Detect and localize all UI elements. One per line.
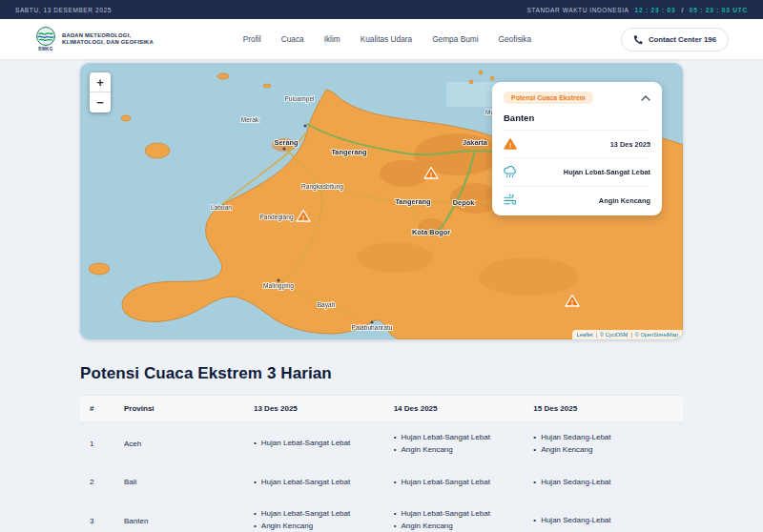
attr-separator: | <box>630 332 631 338</box>
time-utc: 05 : 23 : 03 UTC <box>690 7 748 13</box>
bmkg-logo[interactable]: BMKG BADAN METEOROLOGI, KLIMATOLOGI, DAN… <box>36 27 154 51</box>
map-label: Puloampel <box>284 95 315 103</box>
forecast-item: Hujan Lebat-Sangat Lebat <box>254 438 394 450</box>
nav-profil[interactable]: Profil <box>243 34 261 44</box>
panel-row-wind: Angin Kencang <box>504 186 650 214</box>
forecast-item: Hujan Lebat-Sangat Lebat <box>254 508 394 521</box>
wind-icon <box>504 194 517 206</box>
bmkg-abbr: BMKG <box>38 47 53 51</box>
province-name: Banten <box>124 517 254 525</box>
forecast-item: Angin Kencang <box>533 444 673 457</box>
panel-rain-text: Hujan Lebat-Sangat Lebat <box>564 168 650 176</box>
time-separator: / <box>681 7 683 13</box>
forecast-item: Angin Kencang <box>394 521 534 532</box>
nav-cuaca[interactable]: Cuaca <box>281 34 304 44</box>
row-number: 1 <box>90 440 124 448</box>
time-wib: 12 : 23 : 03 <box>635 7 676 13</box>
top-bar: SABTU, 13 DESEMBER 2025 STANDAR WAKTU IN… <box>0 0 763 19</box>
col-number: # <box>90 404 124 413</box>
bmkg-logo-icon <box>36 27 55 46</box>
map-label: Labuan <box>211 204 232 211</box>
site-header: BMKG BADAN METEOROLOGI, KLIMATOLOGI, DAN… <box>0 19 763 59</box>
forecast-item: Hujan Lebat-Sangat Lebat <box>394 432 534 444</box>
page-title: Potensi Cuaca Ekstrem 3 Harian <box>80 364 683 383</box>
forecast-item: Angin Kencang <box>394 444 534 457</box>
table-row: 2 Bali Hujan Lebat-Sangat Lebat Hujan Le… <box>80 467 683 500</box>
map-label: Tangerang <box>331 148 367 156</box>
panel-region-name: Banten <box>504 113 650 123</box>
forecast-item: Angin Kencang <box>254 521 394 532</box>
row-number: 3 <box>90 517 124 525</box>
extreme-weather-table: # Provinsi 13 Des 2025 14 Des 2025 15 De… <box>80 395 683 532</box>
row-number: 2 <box>90 478 124 486</box>
svg-text:!: ! <box>509 142 511 149</box>
svg-text:!: ! <box>571 298 574 307</box>
forecast-item: Hujan Lebat-Sangat Lebat <box>394 477 534 489</box>
map-attribution: Leaflet | © CyclOSM | © OpenStreetMap <box>572 330 683 339</box>
nav-iklim[interactable]: Iklim <box>324 34 340 44</box>
col-provinsi: Provinsi <box>124 404 254 413</box>
timezone-label: STANDAR WAKTU INDONESIA <box>527 7 629 13</box>
province-name: Aceh <box>124 440 254 448</box>
extreme-weather-panel: Potensi Cuaca Ekstrem Banten ! 13 Des 20… <box>492 82 662 215</box>
map-label: Rangkasbitung <box>301 183 343 191</box>
forecast-item: Hujan Sedang-Lebat <box>533 432 673 444</box>
nav-gempa-bumi[interactable]: Gempa Bumi <box>432 34 478 44</box>
forecast-item: Hujan Sedang-Lebat <box>533 515 673 527</box>
nav-geofisika[interactable]: Geofisika <box>499 34 532 44</box>
map-label: Palabuhanratu <box>352 324 393 331</box>
col-day1: 13 Des 2025 <box>254 404 394 413</box>
map-label: Serang <box>274 138 299 147</box>
panel-wind-text: Angin Kencang <box>599 196 650 205</box>
table-row: 3 Banten Hujan Lebat-Sangat Lebat Angin … <box>80 499 683 532</box>
svg-text:!: ! <box>302 214 305 222</box>
attr-separator: | <box>596 332 597 338</box>
table-row: 1 Aceh Hujan Lebat-Sangat Lebat Hujan Le… <box>80 422 683 467</box>
map-label: Pandeglang <box>259 214 294 221</box>
map-zoom-control: + − <box>90 72 111 113</box>
forecast-item: Hujan Lebat-Sangat Lebat <box>394 508 534 521</box>
org-name-line1: BADAN METEOROLOGI, <box>62 32 154 39</box>
map-label: Depok <box>453 198 475 207</box>
contact-center-label: Contact Center 196 <box>649 35 716 44</box>
current-date: SABTU, 13 DESEMBER 2025 <box>15 7 112 13</box>
map-label: Malingping <box>263 282 294 290</box>
phone-icon <box>633 34 643 45</box>
forecast-item: Hujan Lebat-Sangat Lebat <box>254 477 394 489</box>
col-day2: 14 Des 2025 <box>394 404 534 413</box>
map-label: Jakarta <box>463 138 488 147</box>
leaflet-link[interactable]: Leaflet <box>577 332 593 338</box>
warning-icon: ! <box>504 138 517 150</box>
svg-text:!: ! <box>430 171 433 179</box>
panel-row-date: ! 13 Des 2025 <box>504 130 650 157</box>
contact-center-button[interactable]: Contact Center 196 <box>621 28 729 51</box>
org-name-line2: KLIMATOLOGI, DAN GEOFISIKA <box>62 39 154 46</box>
nav-kualitas-udara[interactable]: Kualitas Udara <box>361 34 412 44</box>
map-label: Bayah <box>318 301 336 309</box>
cyclosm-link[interactable]: © CyclOSM <box>600 332 628 338</box>
map-label: Merak <box>241 116 259 123</box>
zoom-out-button[interactable]: − <box>90 92 111 113</box>
panel-row-rain: Hujan Lebat-Sangat Lebat <box>504 157 650 186</box>
map-label: Kota Bogor <box>412 228 450 236</box>
osm-link[interactable]: © OpenStreetMap <box>635 332 678 338</box>
table-header-row: # Provinsi 13 Des 2025 14 Des 2025 15 De… <box>80 395 683 422</box>
panel-title-badge: Potensi Cuaca Ekstrem <box>504 92 593 104</box>
province-name: Bali <box>124 478 254 486</box>
panel-date: 13 Des 2025 <box>610 140 650 149</box>
zoom-in-button[interactable]: + <box>90 72 111 92</box>
chevron-up-icon[interactable] <box>641 95 650 101</box>
col-day3: 15 Des 2025 <box>533 404 673 413</box>
rain-cloud-icon <box>504 166 517 178</box>
weather-map[interactable]: Puloampel Merak Serang Tangerang Muarage… <box>80 63 683 339</box>
main-nav: Profil Cuaca Iklim Kualitas Udara Gempa … <box>243 34 531 44</box>
forecast-item: Hujan Sedang-Lebat <box>533 477 673 489</box>
map-label: Tangerang <box>395 197 431 206</box>
